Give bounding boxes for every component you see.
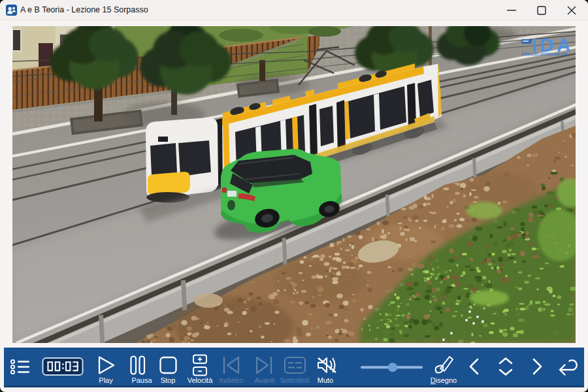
svg-text:Autoscuole Lombarde Associate: Autoscuole Lombarde Associate [521, 52, 568, 56]
